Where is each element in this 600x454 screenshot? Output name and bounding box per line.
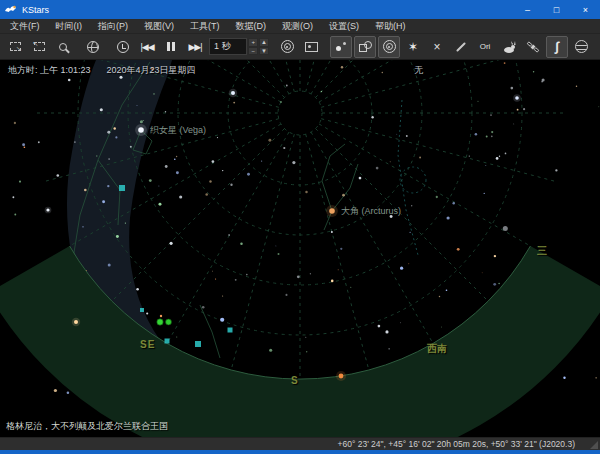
menu-observation[interactable]: 观测(O): [274, 19, 321, 34]
menu-view[interactable]: 视图(V): [136, 19, 182, 34]
crosshair-icon: [281, 40, 294, 53]
toggle-stars-button[interactable]: [330, 36, 352, 58]
time-unit-spinner[interactable]: ▲ ▼: [259, 38, 269, 55]
spin-minus-button[interactable]: −: [248, 47, 258, 56]
constellation-lines-icon: ×: [433, 40, 440, 54]
toggle-milkyway-button[interactable]: ∫: [546, 36, 568, 58]
clock-icon: [117, 41, 129, 53]
focus-object-label: 无: [414, 64, 423, 77]
toggle-deepsky-button[interactable]: [354, 36, 376, 58]
satellite-icon: [526, 40, 540, 54]
sky-sphere-icon: [575, 40, 588, 53]
menu-time[interactable]: 时间(I): [48, 19, 91, 34]
menubar: 文件(F) 时间(I) 指向(P) 视图(V) 工具(T) 数据(D) 观测(O…: [0, 19, 600, 34]
zoom-out-view-icon: [10, 42, 21, 51]
time-step-input[interactable]: 1 秒: [209, 38, 247, 55]
zoom-in-view-button[interactable]: [28, 36, 50, 58]
maximize-button[interactable]: □: [542, 0, 571, 19]
close-button[interactable]: ×: [571, 0, 600, 19]
toggle-constellation-names-button[interactable]: Ori: [474, 36, 496, 58]
pause-icon: [167, 42, 175, 51]
stars-icon: [335, 41, 347, 53]
menu-pointing[interactable]: 指向(P): [90, 19, 136, 34]
zoom-out-view-button[interactable]: [4, 36, 26, 58]
statusbar: +60° 23' 24", +45° 16' 02" 20h 05m 20s, …: [0, 437, 600, 450]
toggle-satellites-button[interactable]: [522, 36, 544, 58]
window-title: KStars: [22, 5, 513, 15]
set-time-button[interactable]: [112, 36, 134, 58]
search-icon: [59, 43, 67, 51]
globe-icon: [87, 41, 99, 53]
toggle-solar-system-button[interactable]: [378, 36, 400, 58]
edge-label: 三: [537, 244, 547, 258]
supernova-icon: ✶: [408, 40, 418, 54]
vega-star-label[interactable]: 织女星 (Vega): [150, 124, 206, 137]
time-pause-button[interactable]: [160, 36, 182, 58]
resize-grip-icon[interactable]: [589, 440, 598, 449]
find-object-button[interactable]: [52, 36, 74, 58]
constellation-art-rabbit-icon: [502, 40, 516, 54]
menu-settings[interactable]: 设置(S): [321, 19, 367, 34]
compass-label-s: S: [291, 375, 299, 386]
milkyway-icon: ∫: [555, 39, 559, 54]
date-label: 2020年4月23日星期四: [107, 64, 196, 77]
arcturus-star-label[interactable]: 大角 (Arcturus): [341, 205, 401, 218]
time-step-forward-button[interactable]: ▶▶|: [184, 36, 206, 58]
sky-map[interactable]: 地方时: 上午 1:01:23 2020年4月23日星期四 无 织女星 (Veg…: [0, 60, 600, 437]
kstars-window: KStars – □ × 文件(F) 时间(I) 指向(P) 视图(V) 工具(…: [0, 0, 600, 454]
toggle-constellation-art-button[interactable]: [498, 36, 520, 58]
location-label: 格林尼治，大不列颠及北爱尔兰联合王国: [6, 420, 168, 433]
menu-data[interactable]: 数据(D): [228, 19, 275, 34]
toggle-supernovae-button[interactable]: ✶: [402, 36, 424, 58]
spin-plus-button[interactable]: +: [248, 38, 258, 47]
set-location-button[interactable]: [82, 36, 104, 58]
spin-down-button[interactable]: ▼: [259, 47, 269, 56]
fits-viewer-button[interactable]: [300, 36, 322, 58]
toggle-constellation-lines-button[interactable]: ×: [426, 36, 448, 58]
kstars-app-icon: [4, 3, 17, 16]
solar-system-icon: [383, 40, 396, 53]
spin-up-button[interactable]: ▲: [259, 38, 269, 47]
menu-file[interactable]: 文件(F): [2, 19, 48, 34]
titlebar: KStars – □ ×: [0, 0, 600, 19]
time-step-spinner[interactable]: + −: [248, 38, 258, 55]
menu-help[interactable]: 帮助(H): [367, 19, 414, 34]
constellation-names-icon: Ori: [480, 42, 491, 51]
constellation-boundary-icon: [456, 42, 466, 52]
center-telescope-button[interactable]: [276, 36, 298, 58]
sky-canvas[interactable]: [0, 60, 600, 437]
hips-overlay-button[interactable]: [570, 36, 592, 58]
skip-forward-icon: ▶▶|: [188, 42, 201, 52]
toggle-constellation-boundaries-button[interactable]: [450, 36, 472, 58]
minimize-button[interactable]: –: [513, 0, 542, 19]
window-bottom-border: [0, 450, 600, 454]
image-icon: [305, 42, 318, 52]
menu-tools[interactable]: 工具(T): [182, 19, 228, 34]
local-time-label: 地方时: 上午 1:01:23: [8, 64, 91, 77]
deepsky-objects-icon: [359, 41, 372, 52]
compass-label-sw: 西南: [427, 342, 447, 356]
main-toolbar: |◀◀ ▶▶| 1 秒 + − ▲ ▼ ✶ × Ori: [0, 34, 600, 60]
compass-label-se: SE: [140, 339, 155, 350]
time-step-back-button[interactable]: |◀◀: [136, 36, 158, 58]
skip-backward-icon: |◀◀: [140, 42, 153, 52]
time-overlay: 地方时: 上午 1:01:23 2020年4月23日星期四: [8, 64, 196, 77]
zoom-in-view-icon: [34, 42, 45, 51]
cursor-coordinates: +60° 23' 24", +45° 16' 02" 20h 05m 20s, …: [0, 439, 589, 449]
